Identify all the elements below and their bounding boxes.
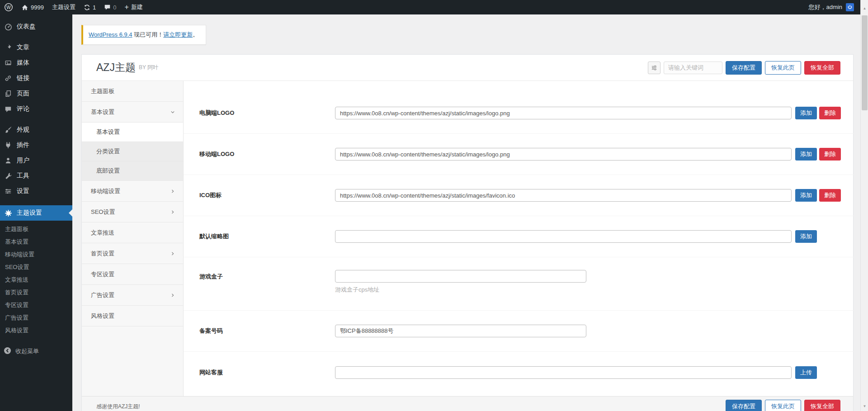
tab-ad-settings[interactable]: 广告设置: [82, 285, 183, 306]
account-menu[interactable]: 您好，admin: [809, 3, 860, 11]
scrollbar-down-arrow[interactable]: ▼: [861, 402, 868, 410]
update-now-link[interactable]: 请立即更新: [163, 31, 193, 38]
tab-zone-settings[interactable]: 专区设置: [82, 264, 183, 285]
sidebar-item-pages[interactable]: 页面: [0, 86, 72, 101]
sidebar-item-media[interactable]: 媒体: [0, 55, 72, 71]
tab-label: 移动端设置: [91, 187, 120, 195]
tab-footer-settings[interactable]: 底部设置: [82, 161, 183, 181]
field-label: 网站客服: [199, 368, 335, 377]
wordpress-logo-icon[interactable]: W: [0, 0, 17, 14]
avatar: [846, 3, 854, 11]
add-button[interactable]: 添加: [795, 189, 817, 202]
site-service-input[interactable]: [335, 366, 792, 379]
footer-save-config-button[interactable]: 保存配置: [726, 400, 762, 411]
submenu-ad-settings[interactable]: 广告设置: [0, 312, 72, 324]
tab-basic-settings[interactable]: 基本设置: [82, 123, 183, 142]
admin-sidebar: 仪表盘 文章 媒体 链接 页面 评论 外观 插件 用户 工具 设置: [0, 14, 72, 411]
submenu-mobile-settings[interactable]: 移动端设置: [0, 248, 72, 261]
new-content-label: 新建: [131, 3, 143, 11]
collapse-menu-button[interactable]: 收起菜单: [0, 344, 72, 359]
sidebar-item-plugins[interactable]: 插件: [0, 137, 72, 153]
tab-label: 风格设置: [91, 312, 114, 320]
tab-category-settings[interactable]: 分类设置: [82, 142, 183, 161]
comment-icon: [104, 4, 111, 10]
default-thumbnail-input[interactable]: [335, 230, 792, 243]
tab-home-settings[interactable]: 首页设置: [82, 243, 183, 264]
delete-button[interactable]: 删除: [819, 107, 841, 119]
power-icon: [847, 5, 853, 10]
updates-link[interactable]: 1: [80, 0, 100, 14]
submenu-home-settings[interactable]: 首页设置: [0, 286, 72, 299]
footer-restore-all-button[interactable]: 恢复全部: [804, 400, 840, 411]
sliders-icon: [4, 187, 13, 195]
tab-label: 分类设置: [96, 147, 120, 156]
tab-label: 专区设置: [91, 270, 114, 279]
scrollbar-thumb[interactable]: [862, 15, 868, 110]
footer-restore-page-button[interactable]: 恢复此页: [765, 400, 801, 411]
ico-input[interactable]: [335, 189, 792, 202]
tab-theme-panel[interactable]: 主题面板: [82, 81, 183, 102]
sidebar-item-appearance[interactable]: 外观: [0, 122, 72, 137]
field-row-game-box: 游戏盒子 游戏盒子cps地址: [184, 257, 854, 311]
icp-number-input[interactable]: [335, 325, 586, 337]
delete-button[interactable]: 删除: [819, 148, 841, 161]
mobile-logo-input[interactable]: [335, 148, 792, 161]
sidebar-item-posts[interactable]: 文章: [0, 40, 72, 55]
restore-all-button[interactable]: 恢复全部: [804, 61, 840, 75]
page-scrollbar[interactable]: ▲ ▼: [860, 0, 868, 411]
notice-period: 。: [193, 31, 198, 38]
sidebar-item-label: 仪表盘: [17, 23, 36, 31]
pc-logo-input[interactable]: [335, 107, 792, 119]
submenu-basic-settings[interactable]: 基本设置: [0, 236, 72, 248]
sidebar-item-tools[interactable]: 工具: [0, 168, 72, 184]
tab-seo-settings[interactable]: SEO设置: [82, 202, 183, 222]
page-title: AZJ主题: [96, 61, 136, 75]
new-content-link[interactable]: + 新建: [120, 0, 146, 14]
site-name-link[interactable]: 9999: [17, 0, 48, 14]
tab-basic-settings-group[interactable]: 基本设置: [82, 102, 183, 123]
delete-button[interactable]: 删除: [819, 189, 841, 202]
update-icon: [84, 4, 90, 11]
sidebar-item-label: 文章: [17, 43, 29, 52]
theme-settings-card: AZJ主题 BY 阿叶 保存配置 恢复此页 恢复全部 主题面板 基本设置 基本设…: [81, 54, 854, 411]
restore-page-button[interactable]: 恢复此页: [765, 61, 801, 75]
thanks-text: 感谢使用AZJ主题!: [96, 403, 140, 411]
tab-mobile-settings[interactable]: 移动端设置: [82, 181, 183, 202]
svg-text:W: W: [6, 5, 11, 10]
sidebar-item-links[interactable]: 链接: [0, 71, 72, 86]
game-box-input[interactable]: [335, 270, 586, 283]
add-button[interactable]: 添加: [795, 107, 817, 119]
submenu-seo-settings[interactable]: SEO设置: [0, 261, 72, 274]
filter-button[interactable]: [648, 61, 660, 74]
upload-button[interactable]: 上传: [795, 366, 817, 379]
tab-label: 底部设置: [96, 167, 120, 175]
sidebar-item-theme-settings[interactable]: 主题设置: [0, 205, 72, 221]
tab-style-settings[interactable]: 风格设置: [82, 306, 183, 326]
sidebar-item-comments[interactable]: 评论: [0, 101, 72, 117]
tab-label: 基本设置: [96, 128, 120, 136]
media-icon: [4, 59, 13, 67]
add-button[interactable]: 添加: [795, 148, 817, 161]
tab-label: 基本设置: [91, 108, 114, 116]
scrollbar-up-arrow[interactable]: ▲: [861, 5, 868, 12]
sidebar-item-settings[interactable]: 设置: [0, 184, 72, 199]
chevron-down-icon: [170, 110, 175, 114]
submenu-theme-panel[interactable]: 主题面板: [0, 223, 72, 236]
submenu-zone-settings[interactable]: 专区设置: [0, 299, 72, 312]
comment-count: 0: [113, 4, 116, 11]
wordpress-version-link[interactable]: WordPress 6.9.4: [89, 31, 132, 38]
search-input[interactable]: [664, 61, 722, 74]
tab-post-push[interactable]: 文章推送: [82, 222, 183, 243]
submenu-post-push[interactable]: 文章推送: [0, 274, 72, 286]
sidebar-item-users[interactable]: 用户: [0, 153, 72, 168]
sidebar-item-dashboard[interactable]: 仪表盘: [0, 19, 72, 34]
add-button[interactable]: 添加: [795, 230, 817, 243]
sidebar-item-label: 设置: [17, 187, 29, 195]
adminbar-page-link[interactable]: 主题设置: [48, 0, 80, 14]
pin-icon: [4, 43, 13, 52]
collapse-arrow-icon: [4, 347, 11, 356]
submenu-style-settings[interactable]: 风格设置: [0, 324, 72, 337]
update-notice: WordPress 6.9.4 现已可用！请立即更新。: [81, 25, 206, 45]
save-config-button[interactable]: 保存配置: [726, 61, 762, 75]
comments-link[interactable]: 0: [100, 0, 120, 14]
